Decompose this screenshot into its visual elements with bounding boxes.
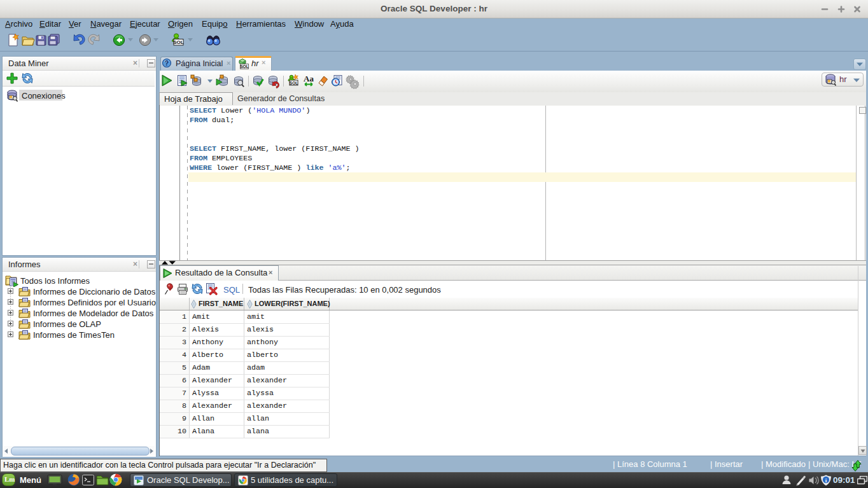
svg-text:SOL: SOL <box>240 64 249 69</box>
svg-text:?: ? <box>165 59 169 67</box>
svg-text:SOL: SOL <box>173 39 184 45</box>
svg-text:Aa: Aa <box>304 74 314 83</box>
svg-text:SOL: SOL <box>290 81 298 85</box>
